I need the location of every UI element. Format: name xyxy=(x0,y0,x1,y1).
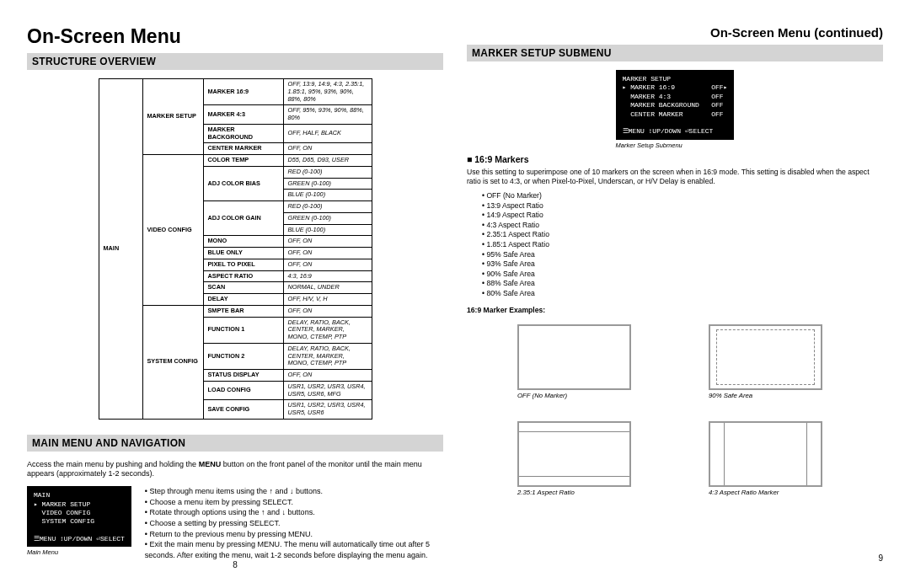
marker-list-item: 88% Safe Area xyxy=(482,279,883,289)
page-title: On-Screen Menu xyxy=(27,25,443,48)
examples-grid: OFF (No Marker) 90% Safe Area 2.35:1 Asp… xyxy=(467,324,883,496)
screenshot-caption: Main Menu xyxy=(27,548,131,556)
frame-90-safe xyxy=(709,324,822,390)
frame-235 xyxy=(517,421,631,487)
marker-submenu-caption: Marker Setup Submenu xyxy=(616,142,735,149)
marker-list-item: 93% Safe Area xyxy=(482,259,883,270)
example-off: OFF (No Marker) xyxy=(517,324,641,399)
marker-list-item: 2.35:1 Aspect Ratio xyxy=(482,230,883,240)
cell-system-config: SYSTEM CONFIG xyxy=(142,305,203,419)
markers-description: Use this setting to superimpose one of 1… xyxy=(467,168,883,186)
page-number-left: 8 xyxy=(27,560,443,569)
main-menu-screenshot-wrap: MAIN ▸ MARKER SETUP VIDEO CONFIG SYSTEM … xyxy=(27,486,131,560)
marker-list-item: 80% Safe Area xyxy=(482,289,883,299)
page-left: On-Screen Menu STRUCTURE OVERVIEW MAIN M… xyxy=(15,25,455,563)
nav-item: Choose a setting by pressing SELECT. xyxy=(145,518,443,529)
structure-table: MAIN MARKER SETUP MARKER 16:9 OFF, 13:9,… xyxy=(99,78,372,420)
example-90-safe: 90% Safe Area xyxy=(709,324,832,399)
page-number-right: 9 xyxy=(467,553,883,563)
marker-list-item: 95% Safe Area xyxy=(482,250,883,260)
nav-item: Step through menu items using the ↑ and … xyxy=(145,486,443,497)
marker-list-item: 14:9 Aspect Ratio xyxy=(482,211,883,221)
cell-video-config: VIDEO CONFIG xyxy=(142,155,203,306)
cell-main: MAIN xyxy=(99,79,142,420)
page-right: On-Screen Menu (continued) MARKER SETUP … xyxy=(455,25,895,563)
frame-off xyxy=(517,324,631,390)
nav-item: Return to the previous menu by pressing … xyxy=(145,529,443,540)
section-structure-overview: STRUCTURE OVERVIEW xyxy=(27,53,443,70)
marker-list-item: OFF (No Marker) xyxy=(482,191,883,201)
nav-item: Choose a menu item by pressing SELECT. xyxy=(145,497,443,508)
page-title-continued: On-Screen Menu (continued) xyxy=(467,25,883,40)
example-43: 4:3 Aspect Ratio Marker xyxy=(709,421,832,496)
nav-row: MAIN ▸ MARKER SETUP VIDEO CONFIG SYSTEM … xyxy=(27,486,443,560)
main-menu-screenshot: MAIN ▸ MARKER SETUP VIDEO CONFIG SYSTEM … xyxy=(27,486,131,547)
nav-list: Step through menu items using the ↑ and … xyxy=(140,486,443,560)
frame-43 xyxy=(709,421,822,487)
markers-list: OFF (No Marker) 13:9 Aspect Ratio 14:9 A… xyxy=(467,191,883,299)
nav-item: Exit the main menu by pressing MENU. The… xyxy=(145,539,443,560)
section-marker-setup: MARKER SETUP SUBMENU xyxy=(467,45,883,61)
marker-list-item: 90% Safe Area xyxy=(482,270,883,280)
nav-item: Rotate through options using the ↑ and ↓… xyxy=(145,507,443,518)
example-235: 2.35:1 Aspect Ratio xyxy=(517,421,641,496)
marker-list-item: 13:9 Aspect Ratio xyxy=(482,201,883,211)
examples-label: 16:9 Marker Examples: xyxy=(467,306,883,314)
section-main-menu-nav: MAIN MENU AND NAVIGATION xyxy=(27,435,443,452)
cell-marker-setup: MARKER SETUP xyxy=(142,79,203,155)
marker-list-item: 4:3 Aspect Ratio xyxy=(482,221,883,231)
marker-submenu-wrap: MARKER SETUP ▸ MARKER 16:9 OFF▸ MARKER 4… xyxy=(467,70,883,151)
marker-submenu-screenshot: MARKER SETUP ▸ MARKER 16:9 OFF▸ MARKER 4… xyxy=(616,70,735,140)
subhead-169-markers: ■ 16:9 Markers xyxy=(467,154,883,164)
marker-list-item: 1.85:1 Aspect Ratio xyxy=(482,240,883,250)
nav-intro: Access the main menu by pushing and hold… xyxy=(27,460,443,479)
